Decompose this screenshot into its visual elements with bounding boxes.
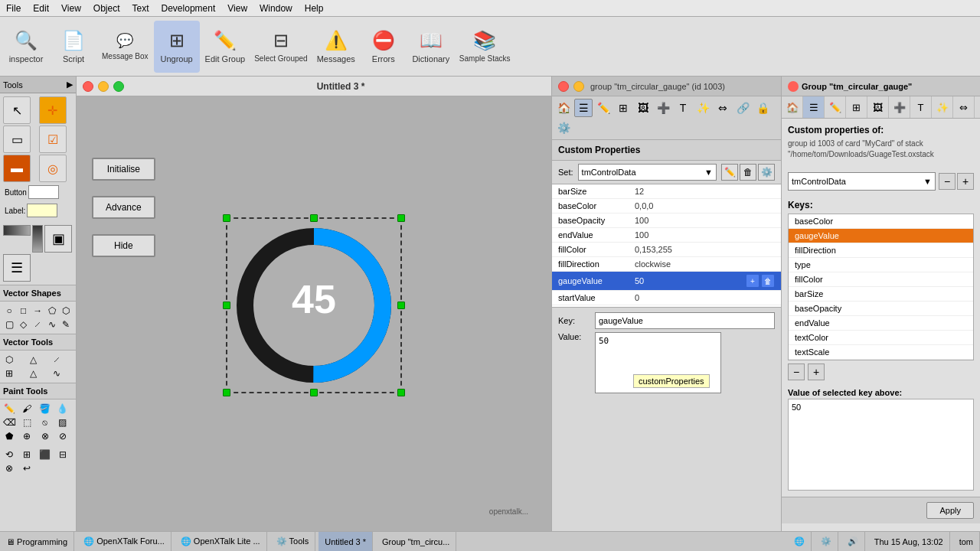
advance-button[interactable]: Advance: [92, 196, 155, 219]
handle-tm[interactable]: [310, 214, 318, 222]
dictionary-button[interactable]: 📖 Dictionary: [408, 21, 454, 73]
gt-image[interactable]: 🖼: [634, 99, 652, 117]
vt-3[interactable]: ⟋: [51, 354, 63, 366]
set-add-button[interactable]: ⚙️: [758, 164, 775, 181]
initialise-button[interactable]: Initialise: [92, 158, 155, 181]
status-forum[interactable]: 🌐 OpenXTalk Foru...: [77, 532, 172, 551]
status-programming[interactable]: 🖥 Programming: [0, 532, 74, 551]
vt-1[interactable]: ⬡: [3, 354, 15, 366]
key-gaugevalue[interactable]: gaugeValue: [789, 229, 973, 243]
insp-pen-tool[interactable]: ✏️: [825, 96, 846, 118]
bucket-tool[interactable]: 🪣: [39, 403, 51, 415]
gt-text[interactable]: T: [674, 99, 692, 117]
prop-row-endvalue[interactable]: endValue 100: [552, 228, 781, 243]
insp-effects-tool[interactable]: ✨: [932, 96, 953, 118]
prop-del-button[interactable]: 🗑: [761, 274, 775, 288]
group-min-button[interactable]: [573, 81, 584, 92]
insp-minus-button[interactable]: −: [939, 173, 956, 190]
menu-text[interactable]: Text: [126, 2, 155, 15]
star-shape[interactable]: ⬡: [60, 305, 72, 317]
pt2-1[interactable]: ⟲: [3, 448, 15, 461]
keys-plus-button[interactable]: +: [808, 364, 825, 380]
insp-text-tool[interactable]: T: [910, 96, 932, 118]
diamond-shape[interactable]: ◇: [18, 318, 30, 331]
gt-effects[interactable]: ✨: [694, 99, 712, 117]
pt-extra3[interactable]: ⊗: [39, 430, 51, 442]
menu-file[interactable]: File: [0, 2, 27, 15]
key-barsize[interactable]: barSize: [789, 287, 973, 302]
key-type[interactable]: type: [789, 258, 973, 272]
set-dropdown[interactable]: tmControlData ▼: [578, 164, 717, 181]
prop-row-gaugevalue[interactable]: gaugeValue 50 + 🗑: [552, 272, 781, 291]
gt-lock[interactable]: 🔒: [753, 99, 772, 117]
key-basecolor[interactable]: baseColor: [789, 214, 973, 229]
gt-plus[interactable]: ➕: [654, 99, 672, 117]
gt-arrows[interactable]: ⇔: [714, 99, 732, 117]
handle-ml[interactable]: [223, 302, 230, 309]
edit-group-button[interactable]: ✏️ Edit Group: [201, 21, 250, 73]
insp-transform-tool[interactable]: ⊞: [846, 96, 867, 118]
vt-2[interactable]: △: [27, 354, 39, 366]
prop-row-filldirection[interactable]: fillDirection clockwise: [552, 257, 781, 272]
pt-extra1[interactable]: ⬟: [3, 430, 15, 442]
set-edit-button[interactable]: ✏️: [721, 164, 738, 181]
prop-row-baseopacity[interactable]: baseOpacity 100: [552, 214, 781, 228]
prop-add-button[interactable]: +: [746, 274, 760, 288]
status-lite[interactable]: 🌐 OpenXTalk Lite ...: [175, 532, 267, 551]
eraser-tool[interactable]: ⌫: [3, 416, 15, 429]
prop-row-fillcolor[interactable]: fillColor 0,153,255: [552, 243, 781, 257]
pt2-4[interactable]: ⊟: [57, 448, 69, 461]
handle-bl[interactable]: [223, 389, 230, 396]
polygon-shape[interactable]: ⬠: [46, 305, 58, 317]
fill-rect-tool[interactable]: ▬: [3, 155, 31, 182]
check-tool[interactable]: ☑: [39, 126, 67, 153]
menu-view[interactable]: View: [55, 2, 87, 15]
select-tool[interactable]: ⬚: [21, 416, 33, 429]
group-close-button[interactable]: [558, 81, 569, 92]
insp-value-area[interactable]: 50: [788, 399, 974, 491]
circle-tool[interactable]: ◎: [39, 155, 67, 182]
pt-extra2[interactable]: ⊕: [21, 430, 33, 442]
gt-props[interactable]: ☰: [574, 99, 593, 117]
insp-image-tool[interactable]: 🖼: [867, 96, 889, 118]
gt-link[interactable]: 🔗: [733, 99, 752, 117]
pt2-6[interactable]: ↩: [21, 462, 33, 474]
circle-shape[interactable]: ○: [3, 305, 15, 317]
label-field[interactable]: [27, 204, 57, 217]
canvas-content[interactable]: Initialise Advance Hide: [77, 96, 551, 531]
lasso-tool[interactable]: ⍉: [39, 416, 51, 429]
inspector-close-button[interactable]: [788, 81, 799, 92]
handle-mr[interactable]: [397, 302, 405, 309]
key-fillcolor[interactable]: fillColor: [789, 272, 973, 287]
status-tools[interactable]: ⚙️ Tools: [270, 532, 316, 551]
insp-props-tool[interactable]: ☰: [803, 96, 825, 118]
rounded-shape[interactable]: ▢: [3, 318, 15, 331]
handle-bm[interactable]: [310, 389, 318, 396]
rect-tool[interactable]: ▭: [3, 126, 31, 153]
vt-5[interactable]: △: [27, 367, 39, 380]
pt2-5[interactable]: ⊗: [3, 462, 15, 474]
hide-button[interactable]: Hide: [92, 234, 155, 257]
key-endvalue[interactable]: endValue: [789, 316, 973, 331]
prop-row-startvalue[interactable]: startValue 0: [552, 291, 781, 305]
arrow-shape[interactable]: →: [31, 305, 44, 317]
insp-home-tool[interactable]: 🏠: [782, 96, 803, 118]
set-delete-button[interactable]: 🗑: [740, 164, 756, 181]
message-box-button[interactable]: 💬 Message Box: [98, 21, 152, 73]
fill-tool[interactable]: ▨: [57, 416, 69, 429]
script-button[interactable]: 📄 Script: [51, 21, 96, 73]
prop-row-barsize[interactable]: barSize 12: [552, 184, 781, 199]
arrow-tool[interactable]: ↖: [3, 96, 31, 124]
eyedrop-tool[interactable]: 💧: [57, 403, 69, 415]
status-group[interactable]: Group "tm_circu...: [376, 532, 456, 551]
select-grouped-button[interactable]: ⊟ Select Grouped: [250, 21, 312, 73]
curve-shape[interactable]: ∿: [46, 318, 58, 331]
key-filldirection[interactable]: fillDirection: [789, 243, 973, 258]
sample-stacks-button[interactable]: 📚 Sample Stacks: [456, 21, 514, 73]
keys-minus-button[interactable]: −: [788, 364, 805, 380]
key-textcolor[interactable]: textColor: [789, 331, 973, 345]
square-shape[interactable]: □: [18, 305, 30, 317]
menu-window[interactable]: Window: [253, 2, 299, 15]
free-shape[interactable]: ✎: [60, 318, 72, 331]
key-input[interactable]: [595, 312, 775, 329]
